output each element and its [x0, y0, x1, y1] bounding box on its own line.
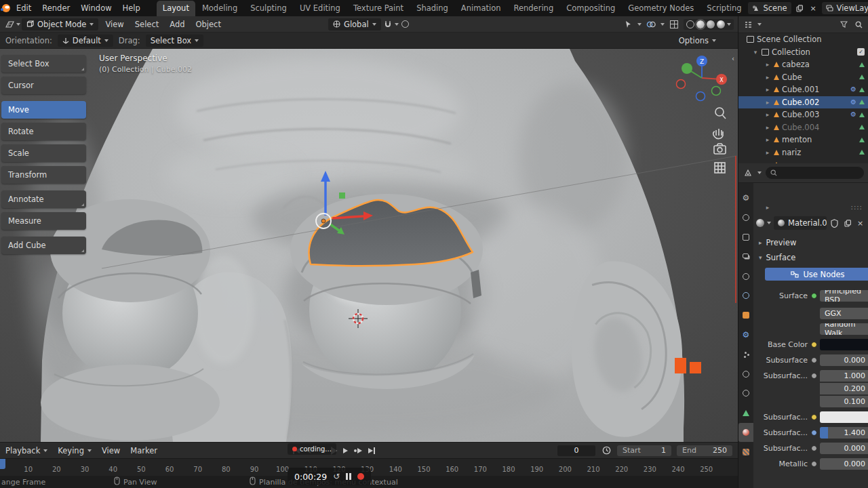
slider-field[interactable]: 1.400 [820, 427, 868, 439]
expand-icon[interactable]: ▸ [764, 136, 771, 143]
xray-toggle-icon[interactable] [669, 19, 679, 30]
recorder-stop-icon[interactable] [357, 473, 364, 480]
outliner-item-partial[interactable]: ▸ [738, 159, 868, 163]
expand-icon[interactable]: ▸ [764, 111, 771, 118]
viewport-3d[interactable]: Z X ‹ User Perspective (0) Collection | … [0, 49, 738, 442]
gizmo-neg-z-axis[interactable] [696, 92, 705, 101]
use-preview-range-clock-icon[interactable] [601, 445, 612, 456]
editor-type-icon[interactable] [4, 19, 15, 30]
timeline-menu-marker[interactable]: Marker [130, 446, 157, 455]
viewport-menu-select[interactable]: Select [130, 16, 164, 33]
tool-transform[interactable]: Transform [1, 166, 86, 184]
outliner-item-menton[interactable]: ▸menton [738, 134, 868, 146]
tool-add-cube[interactable]: Add Cube [1, 237, 86, 254]
material-name-field[interactable]: Material.001 [774, 216, 827, 230]
workspace-tab-texture-paint[interactable]: Texture Paint [347, 1, 410, 16]
expand-icon[interactable]: ▸ [764, 161, 771, 163]
expand-icon[interactable]: ▸ [764, 99, 771, 106]
outliner-item-cabeza[interactable]: ▸cabeza [738, 58, 868, 71]
timeline-menu-playback[interactable]: Playback [5, 446, 47, 455]
tool-scale[interactable]: Scale [1, 144, 86, 162]
outliner-item-cube-002[interactable]: ▸Cube.002⚙ [738, 96, 868, 109]
sidebar-collapse-icon[interactable]: ‹ [732, 55, 734, 62]
preview-section-header[interactable]: ▸ Preview [759, 238, 868, 247]
tab-modifiers[interactable]: ⚙ [738, 325, 753, 345]
outliner-editor-caret-icon[interactable] [757, 23, 762, 26]
viewport-menu-object[interactable]: Object [191, 16, 226, 33]
tool-measure[interactable]: Measure [1, 212, 86, 230]
workspace-tab-uv-editing[interactable]: UV Editing [294, 1, 347, 16]
menu-help[interactable]: Help [117, 0, 146, 16]
tab-particles[interactable] [738, 344, 753, 364]
blender-logo-icon[interactable] [0, 3, 11, 13]
workspace-tab-sculpting[interactable]: Sculpting [244, 1, 293, 16]
use-nodes-button[interactable]: Use Nodes [765, 268, 868, 281]
timeline-menu-keying[interactable]: Keying [58, 446, 92, 455]
outliner-filter-icon[interactable] [838, 19, 849, 30]
slots-expand-icon[interactable]: ▸ [764, 204, 771, 211]
outliner-editor-icon[interactable] [743, 19, 753, 30]
collection-checkbox[interactable]: ✓ [857, 48, 865, 56]
transform-orientation-selector[interactable]: Global [328, 18, 381, 30]
shading-material-icon[interactable] [707, 20, 715, 28]
expand-icon[interactable]: ▸ [764, 61, 771, 68]
tab-texture[interactable] [738, 442, 753, 462]
tab-view-layer[interactable] [738, 247, 753, 266]
tool-cursor[interactable]: Cursor [1, 77, 86, 94]
outliner-item-cube-003[interactable]: ▸Cube.003⚙ [738, 108, 868, 121]
copy-material-icon[interactable] [842, 218, 852, 228]
properties-editor-icon[interactable] [743, 167, 753, 178]
tab-physics[interactable] [738, 364, 753, 384]
gizmo-y-axis[interactable] [682, 63, 692, 74]
shading-wireframe-icon[interactable] [686, 20, 694, 28]
slider-field[interactable]: 1.000 [820, 370, 868, 382]
overlays-caret-icon[interactable] [660, 23, 665, 26]
dropdown-field[interactable]: Random Walk [820, 323, 868, 335]
editor-type-caret-icon[interactable] [16, 23, 20, 26]
outliner-item-cube-004[interactable]: ▸Cube.004 [738, 121, 868, 134]
outliner-search-icon[interactable] [853, 19, 864, 30]
tool-rotate[interactable]: Rotate [1, 123, 86, 140]
surface-section-header[interactable]: ▾ Surface [759, 253, 868, 262]
gizmo-caret-icon[interactable] [637, 23, 642, 26]
unlink-material-icon[interactable]: × [855, 218, 865, 228]
outliner-item-cube[interactable]: ▸Cube [738, 71, 868, 84]
show-gizmo-icon[interactable] [623, 19, 633, 30]
tab-output[interactable] [738, 228, 753, 247]
color-swatch-field[interactable] [820, 411, 868, 423]
timeline-menu-view[interactable]: View [102, 446, 120, 455]
expand-icon[interactable]: ▸ [764, 149, 771, 156]
tab-world[interactable] [738, 286, 753, 306]
recorder-pause-icon[interactable] [346, 473, 351, 480]
viewport-3d-scene[interactable]: Z X ‹ [0, 49, 738, 442]
workspace-tab-layout[interactable]: Layout [157, 1, 195, 16]
recorder-restart-icon[interactable]: ↺ [333, 472, 340, 481]
proportional-edit-icon[interactable] [400, 19, 411, 30]
material-slots-row[interactable]: ▸ :::: [764, 203, 863, 211]
current-frame-field[interactable]: 0 [557, 445, 595, 456]
dropdown-field[interactable]: GGX [820, 308, 868, 319]
frame-end-field[interactable]: End 250 [677, 445, 732, 456]
outliner-item-cube-001[interactable]: ▸Cube.001⚙ [738, 83, 868, 96]
material-browse-icon[interactable] [756, 219, 764, 227]
gizmo-neg-y-axis[interactable] [712, 87, 721, 96]
outliner-scene-collection[interactable]: Scene Collection [738, 33, 868, 46]
options-dropdown[interactable]: Options [679, 36, 716, 45]
mode-selector[interactable]: Object Mode [22, 18, 98, 30]
tool-annotate[interactable]: Annotate [1, 190, 86, 208]
menu-window[interactable]: Window [75, 0, 117, 16]
new-scene-icon[interactable] [795, 3, 805, 14]
workspace-tab-modeling[interactable]: Modeling [196, 1, 243, 16]
workspace-tab-compositing[interactable]: Compositing [560, 1, 621, 16]
shading-caret-icon[interactable] [727, 23, 731, 26]
playhead[interactable] [0, 459, 5, 469]
viewport-menu-view[interactable]: View [100, 16, 129, 33]
tab-material[interactable] [738, 423, 753, 443]
expand-icon[interactable]: ▸ [764, 124, 771, 131]
workspace-tab-rendering[interactable]: Rendering [507, 1, 559, 16]
workspace-tab-geometry-nodes[interactable]: Geometry Nodes [622, 1, 700, 16]
orientation-setting-dropdown[interactable]: Default [58, 35, 113, 47]
slider-field[interactable]: 0.000 [820, 354, 868, 366]
tab-object[interactable] [738, 306, 753, 325]
tab-tool[interactable]: ⚙ [738, 188, 753, 208]
